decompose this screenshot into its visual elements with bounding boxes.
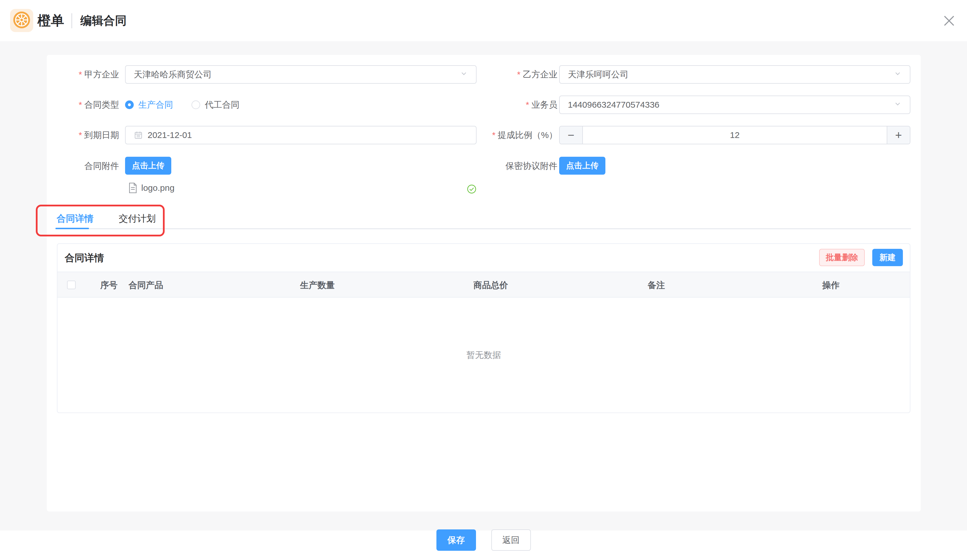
nda-attachment-upload-button[interactable]: 点击上传 — [559, 157, 606, 175]
contract-type-label: *合同类型 — [47, 96, 119, 114]
close-icon[interactable] — [943, 15, 955, 26]
annotation-highlight-box — [36, 205, 165, 236]
orange-logo-icon — [13, 11, 31, 30]
party-b-value: 天津乐呵呵公司 — [568, 69, 890, 81]
salesman-value: 1440966324770574336 — [568, 100, 890, 110]
required-asterisk: * — [79, 69, 82, 79]
edit-contract-window: 橙单 编辑合同 *甲方企业 天津哈哈乐商贸公司 *乙方企业 天津乐呵呵公司 — [0, 0, 967, 560]
create-button[interactable]: 新建 — [872, 249, 903, 266]
commission-label: *提成比例（%） — [451, 126, 558, 144]
required-asterisk: * — [517, 69, 520, 79]
form-panel: *甲方企业 天津哈哈乐商贸公司 *乙方企业 天津乐呵呵公司 *合同类型 生产合同 — [47, 55, 921, 512]
party-a-label: *甲方企业 — [47, 65, 119, 84]
back-button[interactable]: 返回 — [491, 529, 531, 551]
uploaded-file-item[interactable]: logo.png — [129, 179, 175, 197]
column-header-remark: 备注 — [648, 272, 665, 298]
party-b-label: *乙方企业 — [451, 65, 558, 84]
required-asterisk: * — [79, 130, 82, 140]
required-asterisk: * — [492, 130, 496, 140]
save-button[interactable]: 保存 — [436, 529, 476, 551]
batch-delete-button[interactable]: 批量删除 — [819, 249, 865, 266]
file-name: logo.png — [141, 183, 175, 193]
commission-stepper: − 12 + — [559, 126, 910, 144]
upload-success-icon — [467, 184, 476, 195]
commission-value[interactable]: 12 — [583, 127, 887, 144]
contract-type-radio-group: 生产合同 代工合同 — [125, 96, 239, 114]
column-header-actions: 操作 — [822, 272, 840, 298]
contract-details-card: 合同详情 批量删除 新建 序号 合同产品 生产数量 商品总价 备注 操作 暂无数… — [57, 243, 910, 413]
party-a-select[interactable]: 天津哈哈乐商贸公司 — [125, 65, 477, 84]
empty-table-placeholder: 暂无数据 — [58, 298, 910, 412]
party-a-value: 天津哈哈乐商贸公司 — [134, 69, 456, 81]
party-b-select[interactable]: 天津乐呵呵公司 — [559, 65, 910, 84]
footer-buttons: 保存 返回 — [0, 529, 967, 551]
chevron-down-icon — [894, 100, 902, 110]
chevron-down-icon — [894, 69, 902, 80]
radio-label: 代工合同 — [205, 99, 239, 111]
card-title: 合同详情 — [65, 244, 104, 272]
expire-date-input[interactable]: 2021-12-01 — [125, 126, 477, 144]
salesman-select[interactable]: 1440966324770574336 — [559, 96, 910, 114]
app-name: 橙单 — [38, 0, 64, 41]
radio-production-contract[interactable]: 生产合同 — [125, 99, 173, 111]
header-divider — [71, 13, 72, 28]
select-all-checkbox[interactable] — [67, 281, 76, 289]
app-logo — [10, 9, 33, 32]
expire-date-value: 2021-12-01 — [148, 130, 468, 140]
app-header: 橙单 编辑合同 — [0, 0, 967, 41]
required-asterisk: * — [526, 100, 529, 109]
contract-attachment-label: 合同附件 — [47, 157, 119, 175]
radio-label: 生产合同 — [139, 99, 173, 111]
contract-attachment-upload-button[interactable]: 点击上传 — [125, 157, 171, 175]
increase-button[interactable]: + — [887, 127, 910, 144]
column-header-product: 合同产品 — [129, 272, 163, 298]
document-icon — [129, 183, 137, 193]
column-header-quantity: 生产数量 — [300, 272, 335, 298]
column-header-total: 商品总价 — [474, 272, 508, 298]
expire-date-label: *到期日期 — [47, 126, 119, 144]
page-title: 编辑合同 — [80, 0, 127, 41]
radio-selected-icon — [125, 100, 134, 109]
salesman-label: *业务员 — [451, 96, 558, 114]
radio-unselected-icon — [191, 100, 200, 109]
decrease-button[interactable]: − — [560, 127, 583, 144]
calendar-icon — [134, 130, 143, 140]
column-header-index: 序号 — [100, 272, 117, 298]
required-asterisk: * — [79, 100, 82, 109]
table-header-row: 序号 合同产品 生产数量 商品总价 备注 操作 — [58, 272, 910, 298]
radio-oem-contract[interactable]: 代工合同 — [191, 99, 239, 111]
nda-attachment-label: 保密协议附件 — [451, 157, 558, 175]
tab-bar: 合同详情 交付计划 — [56, 209, 911, 229]
